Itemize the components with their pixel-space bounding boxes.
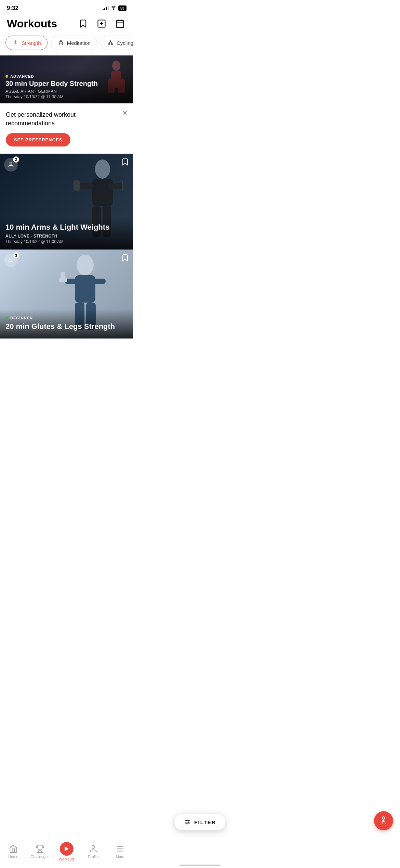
svg-point-25 (77, 255, 94, 275)
banner-close-button[interactable]: ✕ (122, 109, 128, 117)
level-badge: ADVANCED (5, 74, 34, 78)
svg-point-33 (10, 258, 12, 260)
status-bar: 9:32 53 (0, 0, 133, 14)
tab-strength-label: Strength (22, 40, 41, 46)
svg-rect-21 (122, 180, 123, 191)
people-badge-2: 2 (4, 158, 18, 171)
svg-point-8 (15, 40, 16, 41)
workout-card-3[interactable]: 3 BEGINNER 20 min Glutes & Legs Strength (0, 250, 133, 339)
top-workout-card[interactable]: ADVANCED 30 min Upper Body Strength ASSA… (0, 55, 133, 103)
level-dot (5, 75, 8, 78)
card-instructor-2: ALLY LOVE · STRENGTH (5, 234, 128, 239)
set-preferences-button[interactable]: SET PREFERENCES (6, 133, 70, 146)
svg-rect-19 (108, 183, 123, 189)
tab-cycling[interactable]: Cycling (101, 36, 133, 50)
calendar-button[interactable] (114, 17, 126, 30)
banner-text: Get personalized workout recommendations (6, 111, 128, 128)
page-header: Workouts (0, 14, 133, 36)
card-info-2: 10 min Arms & Light Weights ALLY LOVE · … (0, 217, 133, 250)
add-workout-button[interactable] (95, 17, 108, 30)
card-title-2: 10 min Arms & Light Weights (5, 223, 128, 232)
beginner-text: BEGINNER (10, 316, 33, 320)
card-time-2: Thursday 10/13/22 @ 11:00 AM (5, 239, 128, 244)
tab-cycling-label: Cycling (117, 40, 133, 46)
beginner-badge: BEGINNER (5, 316, 33, 320)
svg-rect-26 (75, 275, 95, 303)
status-time: 9:32 (7, 5, 18, 12)
header-actions (77, 17, 126, 30)
tab-strength[interactable]: Strength (5, 36, 48, 50)
card-time: Thursday 10/13/22 @ 11:30 AM (5, 94, 128, 99)
bookmark-button[interactable] (77, 17, 90, 30)
svg-point-24 (10, 162, 12, 165)
card-bookmark-2[interactable] (121, 158, 129, 167)
svg-rect-4 (117, 21, 124, 28)
card-info-3: BEGINNER 20 min Glutes & Legs Strength (0, 309, 133, 339)
tab-meditation-label: Meditation (67, 40, 91, 46)
svg-point-11 (111, 43, 113, 45)
workout-card-2[interactable]: 2 10 min Arms & Light Weights ALLY LOVE … (0, 154, 133, 250)
status-icons: 53 (103, 5, 126, 12)
page-title: Workouts (7, 17, 57, 30)
svg-point-16 (95, 159, 110, 179)
people-badge-3: 3 (4, 254, 18, 267)
svg-rect-17 (92, 179, 113, 206)
tab-meditation[interactable]: Meditation (51, 36, 97, 50)
svg-point-0 (113, 9, 114, 10)
personalization-banner: Get personalized workout recommendations… (0, 103, 133, 154)
beginner-dot (5, 317, 8, 319)
card-title-3: 20 min Glutes & Legs Strength (5, 322, 128, 331)
battery-icon: 53 (118, 5, 126, 11)
svg-rect-20 (74, 180, 80, 191)
filter-tabs: Strength Meditation Cycling (0, 36, 133, 55)
card-bookmark-3[interactable] (121, 254, 129, 263)
card-title: 30 min Upper Body Strength (5, 80, 128, 88)
wifi-icon (111, 5, 116, 12)
svg-rect-32 (59, 278, 67, 282)
signal-icon (103, 6, 109, 10)
top-card-info: ADVANCED 30 min Upper Body Strength ASSA… (0, 69, 133, 103)
svg-rect-18 (79, 183, 94, 189)
card-instructor: ASSAL ARIAN · GERMAN (5, 89, 128, 94)
level-text: ADVANCED (10, 74, 34, 78)
svg-rect-30 (94, 279, 106, 284)
